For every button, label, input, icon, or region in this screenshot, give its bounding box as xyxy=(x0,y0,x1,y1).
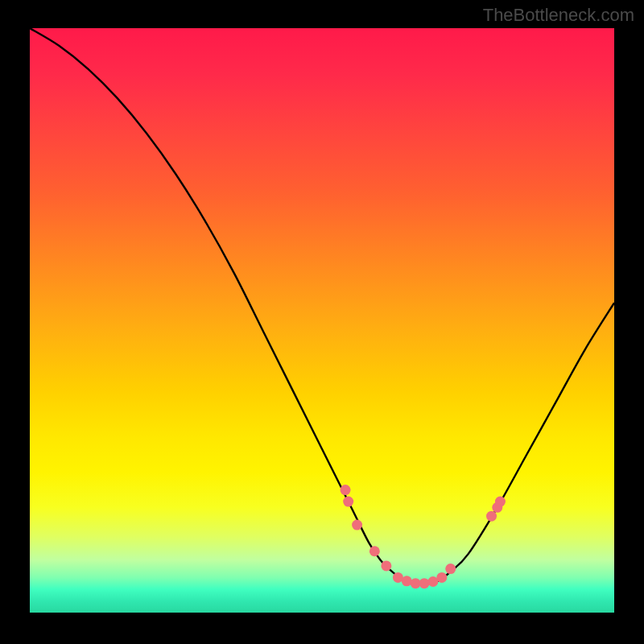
plot-area xyxy=(30,28,614,613)
curve-marker xyxy=(445,564,456,574)
curve-marker xyxy=(436,572,447,583)
curve-marker xyxy=(341,485,351,495)
curve-marker xyxy=(381,560,391,571)
curve-marker xyxy=(495,497,506,507)
bottleneck-curve xyxy=(30,28,614,584)
curve-marker xyxy=(402,576,412,586)
curve-marker xyxy=(343,497,353,507)
curve-marker xyxy=(419,578,430,588)
curve-marker xyxy=(352,520,362,530)
chart-svg xyxy=(30,28,614,613)
curve-marker xyxy=(369,546,380,556)
chart-container: TheBottleneck.com xyxy=(0,0,644,644)
watermark-text: TheBottleneck.com xyxy=(483,5,634,26)
curve-marker xyxy=(486,511,497,522)
